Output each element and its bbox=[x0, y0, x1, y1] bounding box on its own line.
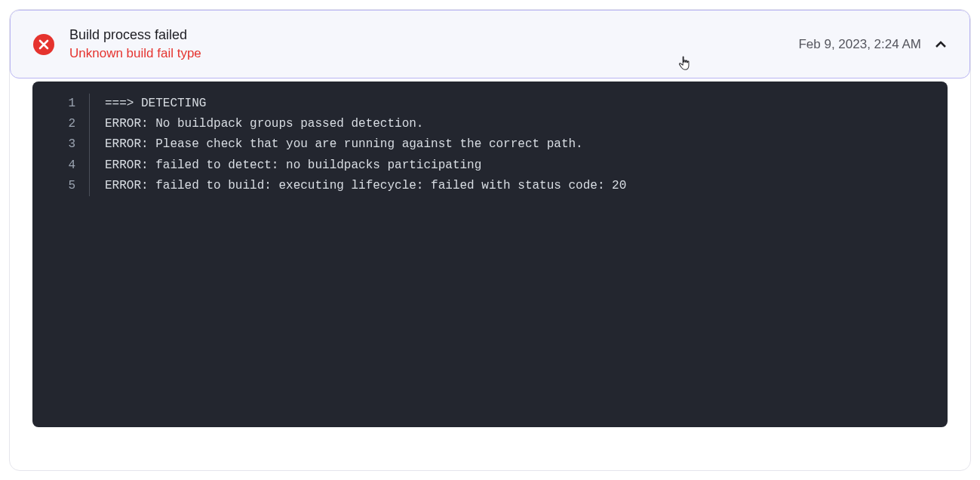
error-icon bbox=[33, 34, 54, 55]
header-left-group: Build process failed Unknown build fail … bbox=[33, 27, 201, 61]
log-line-number: 3 bbox=[32, 134, 89, 155]
log-output-panel: 1===> DETECTING2ERROR: No buildpack grou… bbox=[32, 82, 948, 427]
log-line-number: 5 bbox=[32, 176, 89, 196]
header-right-group: Feb 9, 2023, 2:24 AM bbox=[798, 37, 947, 52]
log-line: 4ERROR: failed to detect: no buildpacks … bbox=[32, 155, 948, 176]
log-line-text: ===> DETECTING bbox=[89, 94, 948, 114]
log-line: 3ERROR: Please check that you are runnin… bbox=[32, 134, 948, 155]
build-status-subtitle: Unknown build fail type bbox=[69, 46, 201, 61]
log-line: 1===> DETECTING bbox=[32, 94, 948, 114]
log-line: 2ERROR: No buildpack groups passed detec… bbox=[32, 114, 948, 134]
chevron-up-icon[interactable] bbox=[935, 41, 947, 48]
log-line-text: ERROR: No buildpack groups passed detect… bbox=[89, 114, 948, 134]
build-timestamp: Feb 9, 2023, 2:24 AM bbox=[798, 37, 921, 52]
log-line-text: ERROR: failed to build: executing lifecy… bbox=[89, 176, 948, 196]
log-line-text: ERROR: Please check that you are running… bbox=[89, 134, 948, 155]
header-text-group: Build process failed Unknown build fail … bbox=[69, 27, 201, 61]
log-line-text: ERROR: failed to detect: no buildpacks p… bbox=[89, 155, 948, 176]
build-log-container: Build process failed Unknown build fail … bbox=[9, 9, 971, 471]
log-line: 5ERROR: failed to build: executing lifec… bbox=[32, 176, 948, 196]
build-status-header[interactable]: Build process failed Unknown build fail … bbox=[10, 10, 970, 78]
build-status-title: Build process failed bbox=[69, 27, 201, 43]
log-line-number: 1 bbox=[32, 94, 89, 114]
log-line-number: 4 bbox=[32, 155, 89, 176]
log-line-number: 2 bbox=[32, 114, 89, 134]
